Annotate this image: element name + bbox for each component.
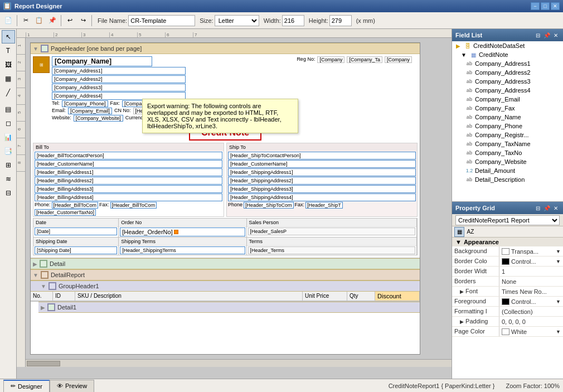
field-list-item[interactable]: 1.2 Detail_Amount xyxy=(452,166,563,175)
preview-tab[interactable]: 👁 Preview xyxy=(50,380,94,392)
company-phone-field[interactable]: [Company_Phone] xyxy=(62,100,108,107)
company-address1-field[interactable]: [Company_Address1] xyxy=(52,67,186,75)
terms-field[interactable]: [Header_Terms xyxy=(248,246,415,254)
company-tx-field[interactable]: [Company_Ta xyxy=(347,56,382,63)
formatting-prop-value[interactable]: (Collection) xyxy=(499,307,563,316)
band-expand-icon[interactable]: ▼ xyxy=(33,46,38,52)
categorized-view-btn[interactable]: ▦ xyxy=(454,227,464,237)
new-button[interactable]: 📄 xyxy=(2,14,14,27)
chart-tool[interactable]: 📊 xyxy=(2,130,15,144)
redo-button[interactable]: ↪ xyxy=(77,14,89,27)
field-list-item[interactable]: ab Company_Email xyxy=(452,95,563,104)
company-website-field[interactable]: [Company_Website] xyxy=(74,115,123,122)
shipping-terms-field[interactable]: [Header_ShippingTerms xyxy=(120,246,245,254)
shipping-date-field[interactable]: [Shipping Date] xyxy=(35,246,117,254)
text-tool[interactable]: T xyxy=(2,44,15,57)
form-tool[interactable]: ⊟ xyxy=(2,186,15,200)
font-expand-icon[interactable]: ▶ xyxy=(460,289,464,294)
line-tool[interactable]: ╱ xyxy=(2,86,15,99)
barcode-tool[interactable]: ▤ xyxy=(2,103,15,116)
field-list-root[interactable]: ▶ 🗄 CreditNoteDataSet xyxy=(452,41,563,50)
cut-button[interactable]: ✂ xyxy=(20,14,32,27)
bill-addr3-field[interactable]: [Header_BillingAddress3] xyxy=(35,185,222,193)
date-field[interactable]: [Date] xyxy=(35,228,117,235)
border-width-prop-value[interactable]: 1 xyxy=(499,267,563,276)
font-prop-value[interactable]: Times New Ro... xyxy=(499,287,563,296)
border-color-prop-value[interactable]: Control... ▼ xyxy=(499,257,563,266)
padding-expand-icon[interactable]: ▶ xyxy=(460,319,464,325)
ship-fax-field[interactable]: [Header_ShipT xyxy=(305,202,343,209)
field-list-item[interactable]: ab Company_Website xyxy=(452,157,563,166)
ship-addr4-field[interactable]: [Header_ShippingAddress4] xyxy=(228,193,416,201)
field-list-item[interactable]: ab Company_Fax xyxy=(452,104,563,113)
ship-customer-field[interactable]: [Header_CustomerName] xyxy=(228,160,416,168)
undo-button[interactable]: ↩ xyxy=(64,14,76,27)
company-reg-field[interactable]: [Company xyxy=(317,56,344,63)
subreport-tool[interactable]: 📑 xyxy=(2,144,15,158)
bill-contact-field[interactable]: [Header_BillToContactPerson] xyxy=(35,152,222,159)
maximize-button[interactable]: □ xyxy=(541,2,550,10)
borders-prop-value[interactable]: None xyxy=(499,277,563,286)
foreground-prop-value[interactable]: Control... ▼ xyxy=(499,297,563,306)
order-no-field[interactable]: [Header_OrderNo] xyxy=(120,228,245,236)
header-customer-tax-field[interactable]: [Header_CustomerTaxNo] xyxy=(35,209,96,216)
page-color-prop-value[interactable]: White ▼ xyxy=(499,327,563,336)
copy-button[interactable]: 📋 xyxy=(33,14,45,27)
bill-customer-field[interactable]: [Header_CustomerName] xyxy=(35,160,222,168)
company-t2-field[interactable]: [Company xyxy=(385,56,412,63)
alpha-view-btn[interactable]: AZ xyxy=(465,227,475,237)
bill-addr2-field[interactable]: [Header_BillingAddress2] xyxy=(35,177,222,185)
field-list-item[interactable]: ab Company_Registr... xyxy=(452,130,563,139)
company-name-field[interactable]: [Company_Name] xyxy=(52,56,152,66)
field-list-item[interactable]: ab Company_Address3 xyxy=(452,77,563,86)
detail-expand-icon[interactable]: ▶ xyxy=(33,261,37,267)
prop-grid-close-btn[interactable]: ✕ xyxy=(552,204,560,212)
paste-button[interactable]: 📌 xyxy=(46,14,59,27)
select-tool[interactable]: ↖ xyxy=(2,30,15,43)
foreground-dropdown-btn[interactable]: ▼ xyxy=(556,299,561,304)
ship-contact-field[interactable]: [Header_ShipToContactPerson] xyxy=(228,152,416,159)
field-list-item[interactable]: ab Company_Address2 xyxy=(452,68,563,77)
group-header-expand-icon[interactable]: ▼ xyxy=(41,283,46,289)
bill-phone-field[interactable]: [Header_BillToCom xyxy=(52,202,99,209)
table-tool[interactable]: ▦ xyxy=(2,72,15,85)
canvas-scroll[interactable]: ▼ PageHeader [one band per page] ⊞ xyxy=(26,38,452,367)
background-dropdown-btn[interactable]: ▼ xyxy=(556,249,561,254)
background-prop-value[interactable]: Transpa... ▼ xyxy=(499,246,563,256)
company-address3-field[interactable]: [Company_Address3] xyxy=(52,84,186,91)
shape-tool[interactable]: ◻ xyxy=(2,117,15,130)
page-color-dropdown-btn[interactable]: ▼ xyxy=(556,329,561,335)
field-list-item[interactable]: ab Company_TaxName xyxy=(452,139,563,148)
field-list-item[interactable]: ab Company_TaxNo xyxy=(452,148,563,157)
height-input[interactable] xyxy=(329,15,352,26)
company-address2-field[interactable]: [Company_Address2] xyxy=(52,75,186,83)
appearance-category[interactable]: ▼ Appearance xyxy=(452,238,563,246)
prop-grid-float-btn[interactable]: ⊟ xyxy=(534,204,542,212)
object-selector[interactable]: CreditNoteReport1 Report xyxy=(455,215,560,225)
bill-addr4-field[interactable]: [Header_BillingAddress4] xyxy=(35,193,222,201)
designer-tab[interactable]: ✏ Designer xyxy=(3,380,50,392)
company-email-field[interactable]: [Company_Email] xyxy=(68,108,112,114)
field-list-item[interactable]: ab Company_Address4 xyxy=(452,86,563,95)
field-list-item[interactable]: ab Company_Address1 xyxy=(452,59,563,68)
bill-fax-field[interactable]: [Header_BillToCom xyxy=(110,202,157,209)
bill-addr1-field[interactable]: [Header_BillingAddress1] xyxy=(35,168,222,176)
detail1-expand-icon[interactable]: ▶ xyxy=(41,304,45,311)
horizontal-scrollbar[interactable] xyxy=(26,359,452,367)
size-select[interactable]: Letter xyxy=(215,15,259,26)
scrollbar-thumb[interactable] xyxy=(27,361,60,366)
ship-addr3-field[interactable]: [Header_ShippingAddress3] xyxy=(228,185,416,193)
ship-addr1-field[interactable]: [Header_ShippingAddress1] xyxy=(228,168,416,176)
field-list-item[interactable]: ab Company_Phone xyxy=(452,122,563,130)
field-list-float-btn[interactable]: ⊟ xyxy=(534,31,542,39)
detail-report-expand-icon[interactable]: ▼ xyxy=(33,272,38,278)
sales-person-field[interactable]: [Header_SalesP xyxy=(248,228,415,235)
prop-grid-pin-btn[interactable]: 📌 xyxy=(543,204,551,212)
close-button[interactable]: ✕ xyxy=(551,2,560,10)
padding-prop-value[interactable]: 0, 0, 0, 0 xyxy=(499,317,563,326)
field-list-item[interactable]: ab Detail_Description xyxy=(452,175,563,184)
file-name-input[interactable] xyxy=(128,15,195,26)
ship-phone-field[interactable]: [Header_ShipToCom xyxy=(244,202,294,209)
image-tool[interactable]: 🖼 xyxy=(2,58,15,71)
crossband-tool[interactable]: ⊞ xyxy=(2,158,15,172)
